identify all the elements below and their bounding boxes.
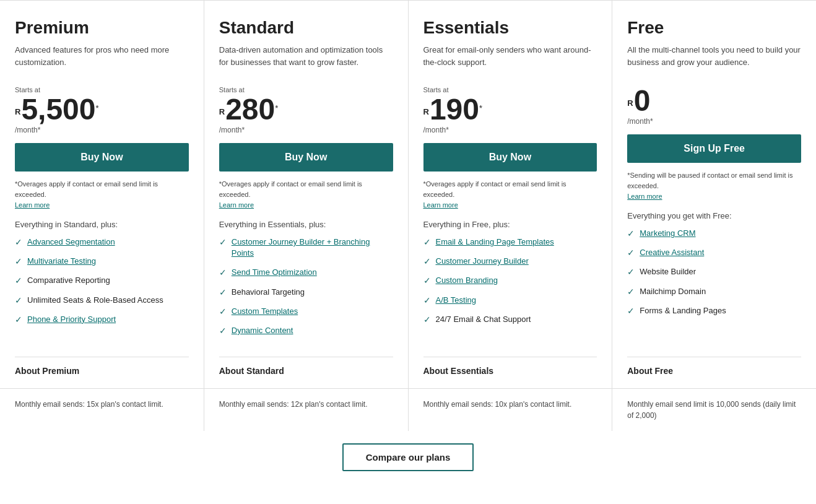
footer-cell-essentials: Monthly email sends: 10x plan's contact …: [409, 389, 613, 431]
feature-link-standard-1[interactable]: Send Time Optimization: [232, 267, 317, 278]
price-row-free: R0: [627, 86, 801, 116]
list-item: ✓Customer Journey Builder + Branching Po…: [219, 237, 393, 259]
buy-button-free[interactable]: Sign Up Free: [627, 134, 801, 163]
feature-link-essentials-0[interactable]: Email & Landing Page Templates: [436, 237, 554, 248]
overages-note-standard: *Overages apply if contact or email send…: [219, 179, 393, 199]
plan-desc-standard: Data-driven automation and optimization …: [219, 44, 393, 77]
checkmark-icon: ✓: [423, 295, 431, 305]
learn-more-premium[interactable]: Learn more: [15, 201, 189, 209]
checkmark-icon: ✓: [219, 237, 227, 247]
everything-label-essentials: Everything in Free, plus:: [423, 220, 597, 229]
feature-text-premium-2: Comparative Reporting: [27, 275, 110, 286]
list-item: ✓Email & Landing Page Templates: [423, 237, 597, 248]
about-plan-essentials: About Essentials: [423, 357, 597, 376]
price-amount-essentials: 190: [430, 95, 479, 124]
checkmark-icon: ✓: [627, 287, 635, 297]
list-item: ✓Multivariate Testing: [15, 256, 189, 267]
list-item: ✓Send Time Optimization: [219, 267, 393, 278]
list-item: ✓24/7 Email & Chat Support: [423, 314, 597, 325]
list-item: ✓Mailchimp Domain: [627, 286, 801, 297]
footer-cell-free: Monthly email send limit is 10,000 sends…: [612, 389, 816, 431]
overages-note-free: *Sending will be paused if contact or em…: [627, 170, 801, 191]
checkmark-icon: ✓: [627, 228, 635, 238]
checkmark-icon: ✓: [627, 267, 635, 277]
plan-column-standard: StandardData-driven automation and optim…: [204, 1, 409, 388]
feature-link-essentials-2[interactable]: Custom Branding: [436, 275, 498, 286]
feature-link-premium-0[interactable]: Advanced Segmentation: [27, 237, 115, 248]
everything-label-premium: Everything in Standard, plus:: [15, 220, 189, 229]
price-currency-essentials: R: [423, 108, 429, 116]
checkmark-icon: ✓: [15, 295, 22, 305]
feature-text-standard-2: Behavioral Targeting: [232, 287, 305, 298]
about-plan-standard: About Standard: [219, 357, 393, 376]
feature-link-standard-3[interactable]: Custom Templates: [232, 306, 298, 317]
plan-title-free: Free: [627, 18, 801, 38]
plan-title-standard: Standard: [219, 18, 393, 38]
feature-text-free-2: Website Builder: [640, 266, 696, 277]
plan-desc-free: All the multi-channel tools you need to …: [627, 44, 801, 77]
feature-link-free-0[interactable]: Marketing CRM: [640, 228, 695, 239]
footer-cell-premium: Monthly email sends: 15x plan's contact …: [0, 389, 204, 431]
plan-title-essentials: Essentials: [423, 18, 597, 38]
plan-desc-premium: Advanced features for pros who need more…: [15, 44, 189, 77]
price-currency-standard: R: [219, 108, 225, 116]
buy-button-essentials[interactable]: Buy Now: [423, 143, 597, 172]
buy-button-premium[interactable]: Buy Now: [15, 143, 189, 172]
compare-plans-button[interactable]: Compare our plans: [342, 443, 474, 471]
about-plan-premium: About Premium: [15, 357, 189, 376]
feature-list-standard: ✓Customer Journey Builder + Branching Po…: [219, 237, 393, 344]
price-row-premium: R5,500*: [15, 95, 189, 124]
price-period-free: /month*: [627, 117, 801, 126]
checkmark-icon: ✓: [423, 276, 431, 285]
learn-more-free[interactable]: Learn more: [627, 193, 801, 200]
price-asterisk-standard: *: [275, 103, 278, 113]
plan-column-essentials: EssentialsGreat for email-only senders w…: [409, 1, 613, 388]
everything-label-free: Everything you get with Free:: [627, 211, 801, 220]
list-item: ✓Customer Journey Builder: [423, 256, 597, 267]
list-item: ✓Custom Templates: [219, 306, 393, 317]
plan-title-premium: Premium: [15, 18, 189, 38]
feature-list-free: ✓Marketing CRM✓Creative Assistant✓Websit…: [627, 228, 801, 344]
checkmark-icon: ✓: [219, 267, 227, 277]
plans-container: PremiumAdvanced features for pros who ne…: [0, 0, 816, 388]
checkmark-icon: ✓: [15, 237, 22, 247]
buy-button-standard[interactable]: Buy Now: [219, 143, 393, 172]
feature-link-free-1[interactable]: Creative Assistant: [640, 247, 704, 258]
price-row-standard: R280*: [219, 95, 393, 124]
feature-link-premium-4[interactable]: Phone & Priority Support: [27, 314, 116, 325]
footer-row: Monthly email sends: 15x plan's contact …: [0, 388, 816, 431]
feature-link-standard-0[interactable]: Customer Journey Builder + Branching Poi…: [232, 237, 393, 259]
price-amount-free: 0: [634, 86, 651, 116]
checkmark-icon: ✓: [15, 276, 22, 285]
learn-more-standard[interactable]: Learn more: [219, 201, 393, 209]
list-item: ✓Website Builder: [627, 266, 801, 277]
compare-row: Compare our plans: [0, 431, 816, 477]
checkmark-icon: ✓: [219, 287, 227, 297]
checkmark-icon: ✓: [423, 256, 431, 266]
checkmark-icon: ✓: [423, 237, 431, 247]
list-item: ✓Phone & Priority Support: [15, 314, 189, 325]
price-amount-standard: 280: [225, 95, 275, 124]
feature-link-essentials-1[interactable]: Customer Journey Builder: [436, 256, 529, 267]
feature-link-standard-4[interactable]: Dynamic Content: [232, 325, 293, 336]
feature-link-premium-1[interactable]: Multivariate Testing: [27, 256, 96, 267]
list-item: ✓Forms & Landing Pages: [627, 305, 801, 316]
price-currency-premium: R: [15, 108, 20, 116]
overages-note-premium: *Overages apply if contact or email send…: [15, 179, 189, 199]
price-asterisk-essentials: *: [479, 103, 482, 113]
learn-more-essentials[interactable]: Learn more: [423, 201, 597, 209]
price-amount-premium: 5,500: [21, 95, 95, 124]
about-plan-free: About Free: [627, 357, 801, 376]
feature-text-essentials-4: 24/7 Email & Chat Support: [436, 314, 531, 325]
list-item: ✓Behavioral Targeting: [219, 287, 393, 298]
checkmark-icon: ✓: [627, 306, 635, 316]
list-item: ✓Marketing CRM: [627, 228, 801, 239]
feature-link-essentials-3[interactable]: A/B Testing: [436, 295, 477, 306]
feature-text-premium-3: Unlimited Seats & Role-Based Access: [27, 295, 163, 306]
footer-cell-standard: Monthly email sends: 12x plan's contact …: [204, 389, 409, 431]
checkmark-icon: ✓: [219, 326, 227, 336]
list-item: ✓Dynamic Content: [219, 325, 393, 336]
price-asterisk-premium: *: [96, 103, 99, 113]
list-item: ✓Creative Assistant: [627, 247, 801, 258]
plan-column-free: FreeAll the multi-channel tools you need…: [612, 1, 816, 388]
